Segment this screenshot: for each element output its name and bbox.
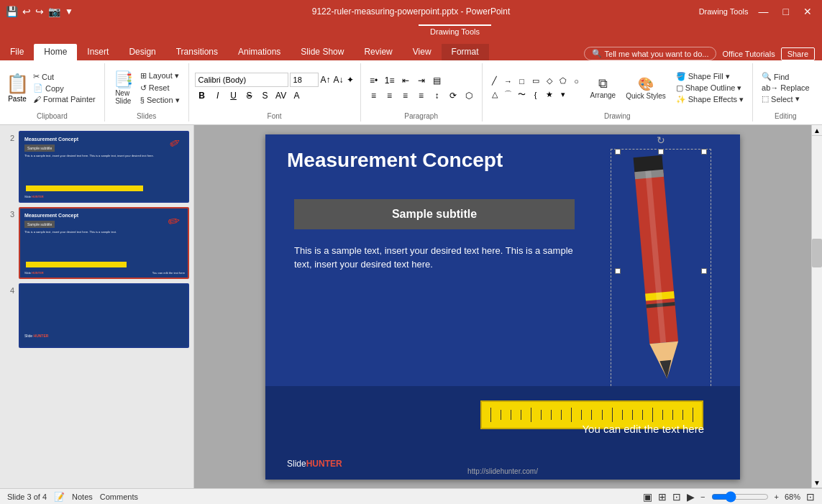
handle-mr[interactable] (701, 268, 707, 274)
justify-btn[interactable]: ≡ (414, 88, 429, 103)
columns-btn[interactable]: ▤ (430, 73, 444, 88)
shape-rect2-btn[interactable]: ▭ (529, 75, 542, 88)
font-color-btn[interactable]: A (290, 88, 304, 103)
reset-button[interactable]: ↺ Reset (137, 83, 183, 93)
shape-outline-button[interactable]: ▢ Shape Outline ▾ (673, 83, 746, 93)
font-size-input[interactable] (290, 73, 319, 87)
handle-tc[interactable] (658, 149, 664, 155)
view-slides-btn[interactable]: ⊞ (658, 491, 667, 503)
decrease-indent-btn[interactable]: ⇤ (398, 73, 413, 88)
drawing-tools-tab[interactable]: Drawing Tools (419, 24, 491, 37)
shape-star-btn[interactable]: ★ (543, 88, 556, 101)
shadow-btn[interactable]: S (258, 88, 273, 103)
shape-more-btn[interactable]: ▾ (557, 88, 570, 101)
shape-rect-btn[interactable]: □ (516, 75, 529, 88)
shape-brace-btn[interactable]: { (529, 88, 542, 101)
align-right-btn[interactable]: ≡ (398, 88, 413, 103)
view-normal-btn[interactable]: ▣ (643, 491, 652, 503)
tab-insert[interactable]: Insert (77, 44, 119, 60)
shape-circle-btn[interactable]: ○ (570, 75, 583, 88)
zoom-in-btn[interactable]: + (775, 492, 779, 501)
close-btn[interactable]: ✕ (799, 4, 816, 19)
spacing-btn[interactable]: AV (274, 88, 288, 103)
paste-button[interactable]: 📋 Paste (6, 73, 29, 103)
bullet-list-btn[interactable]: ≡• (367, 73, 381, 88)
slide-canvas[interactable]: Measurement Concept Sample subtitle This… (265, 134, 740, 480)
maximize-btn[interactable]: □ (779, 4, 793, 19)
customize-icon[interactable]: ▼ (65, 6, 73, 17)
shape-arrow-btn[interactable]: → (502, 75, 515, 88)
bold-button[interactable]: B (195, 88, 209, 103)
handle-tr[interactable] (701, 149, 707, 155)
cut-button[interactable]: ✂Cut (30, 71, 99, 82)
notes-button[interactable]: Notes (72, 492, 93, 501)
rotate-handle[interactable]: ↻ (657, 134, 665, 146)
redo-icon[interactable]: ↪ (35, 6, 44, 17)
zoom-out-btn[interactable]: − (700, 492, 705, 501)
tab-review[interactable]: Review (354, 44, 402, 60)
tab-view[interactable]: View (403, 44, 442, 60)
share-button[interactable]: Share (781, 47, 815, 60)
undo-icon[interactable]: ↩ (22, 6, 31, 17)
new-slide-button[interactable]: 📑 NewSlide (111, 69, 136, 106)
office-tutorials-link[interactable]: Office Tutorials (722, 50, 775, 58)
underline-button[interactable]: U (227, 88, 241, 103)
tab-design[interactable]: Design (119, 44, 165, 60)
slide-subtitle-box[interactable]: Sample subtitle (294, 199, 575, 229)
tab-format[interactable]: Format (442, 44, 489, 60)
scroll-thumb[interactable] (812, 239, 822, 267)
slide-thumb-2[interactable]: 2 Measurement Concept Sample subtitle Th… (4, 131, 189, 203)
tab-home[interactable]: Home (34, 44, 77, 60)
slide-edit-text[interactable]: You can edit the text here (560, 414, 726, 444)
tell-me-input[interactable]: 🔍 Tell me what you want to do... (584, 47, 717, 60)
arrange-button[interactable]: ⧉ Arrange (588, 75, 619, 101)
shape-fill-button[interactable]: 🪣 Shape Fill ▾ (673, 71, 746, 82)
find-button[interactable]: 🔍 Find (759, 71, 813, 82)
zoom-slider[interactable] (711, 491, 769, 503)
numbered-list-btn[interactable]: 1≡ (383, 73, 397, 88)
tab-file[interactable]: File (0, 44, 34, 60)
smartart-btn[interactable]: ⬡ (462, 88, 476, 103)
text-direction-btn[interactable]: ⟳ (446, 88, 460, 103)
format-painter-button[interactable]: 🖌Format Painter (30, 94, 99, 104)
strikethrough-button[interactable]: S (242, 88, 257, 103)
clear-format-btn[interactable]: ✦ (346, 74, 355, 86)
shape-effects-button[interactable]: ✨ Shape Effects ▾ (673, 94, 746, 105)
slide-thumb-3[interactable]: 3 Measurement Concept Sample subtitle Th… (4, 207, 189, 279)
handle-ml[interactable] (615, 268, 621, 274)
pencil-graphic[interactable]: ↻ (618, 149, 704, 393)
align-left-btn[interactable]: ≡ (367, 88, 381, 103)
replace-button[interactable]: ab→ Replace (759, 83, 813, 93)
thumb-box-4[interactable]: Slide HUNTER (19, 283, 189, 348)
copy-button[interactable]: 📄Copy (30, 83, 99, 93)
shape-pentagon-btn[interactable]: ⬠ (557, 75, 570, 88)
camera-icon[interactable]: 📷 (48, 6, 60, 17)
comments-button[interactable]: Comments (100, 492, 138, 501)
scroll-up-btn[interactable]: ▲ (812, 125, 822, 136)
slide-thumb-4[interactable]: 4 Slide HUNTER (4, 283, 189, 348)
handle-tl[interactable] (615, 149, 621, 155)
tab-transitions[interactable]: Transitions (166, 44, 228, 60)
layout-button[interactable]: ⊞ Layout▾ (137, 70, 183, 81)
view-slideshow-btn[interactable]: ▶ (687, 491, 695, 503)
canvas-area[interactable]: Measurement Concept Sample subtitle This… (194, 125, 811, 488)
shape-diamond-btn[interactable]: ◇ (543, 75, 556, 88)
font-name-input[interactable] (195, 73, 288, 87)
scroll-down-btn[interactable]: ▼ (812, 477, 822, 488)
increase-font-btn[interactable]: A↑ (320, 74, 332, 86)
tab-slideshow[interactable]: Slide Show (291, 44, 354, 60)
minimize-btn[interactable]: — (754, 4, 773, 19)
shape-wave-btn[interactable]: 〜 (516, 88, 529, 101)
line-spacing-btn[interactable]: ↕ (430, 88, 444, 103)
section-button[interactable]: § Section▾ (137, 95, 183, 106)
shape-tri-btn[interactable]: △ (488, 88, 501, 101)
save-icon[interactable]: 💾 (6, 6, 18, 17)
fit-page-btn[interactable]: ⊡ (806, 491, 815, 503)
increase-indent-btn[interactable]: ⇥ (414, 73, 429, 88)
quick-styles-button[interactable]: 🎨 Quick Styles (623, 75, 669, 101)
decrease-font-btn[interactable]: A↓ (333, 74, 344, 86)
select-button[interactable]: ⬚ Select ▾ (759, 93, 813, 104)
shape-curve-btn[interactable]: ⌒ (502, 88, 515, 101)
shape-line-btn[interactable]: ╱ (488, 75, 501, 88)
view-reading-btn[interactable]: ⊡ (672, 491, 681, 503)
